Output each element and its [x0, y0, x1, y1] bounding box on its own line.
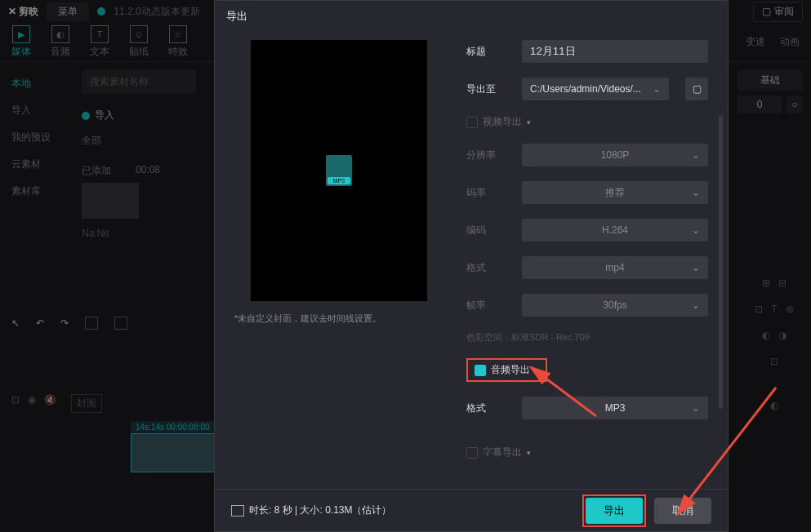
- chevron-down-icon: ▾: [527, 118, 531, 126]
- sidebar-item-local[interactable]: 本地: [0, 70, 74, 97]
- import-label: 导入: [95, 109, 114, 122]
- sidebar-item-import[interactable]: 导入: [0, 97, 74, 124]
- resolution-select: 1080P: [522, 144, 708, 166]
- title-input[interactable]: [522, 40, 708, 63]
- folder-icon[interactable]: ▢: [685, 78, 708, 100]
- cover-button[interactable]: 封面: [71, 394, 102, 413]
- tool-text[interactable]: T文本: [90, 25, 109, 59]
- tool-sticker[interactable]: ☺贴纸: [129, 25, 149, 59]
- tool-effect[interactable]: ☆特效: [168, 25, 188, 59]
- timeline-clip[interactable]: 14s:14s 00:00:08:00: [131, 421, 221, 472]
- tool-audio[interactable]: ◐音频: [51, 25, 70, 59]
- bitrate-select: 推荐: [522, 181, 708, 204]
- right-tool-column: ⊞⊟ ⊡T⊕ ◐◑ ⊡ ◐: [746, 277, 803, 426]
- lock-icon[interactable]: ⊡: [11, 394, 20, 413]
- audio-export-section[interactable]: 音频导出 ▾: [475, 363, 539, 377]
- mute-icon[interactable]: 🔇: [44, 394, 56, 413]
- subtitle-export-checkbox[interactable]: [466, 447, 478, 459]
- split-icon-2[interactable]: [114, 317, 127, 330]
- mp3-icon: [326, 155, 352, 186]
- colorspace-hint: 色彩空间：标准SDR - Rec.709: [466, 331, 708, 344]
- sidebar: 本地 导入 我的预设 云素材 素材库: [0, 62, 74, 307]
- tool-anim[interactable]: 动画: [780, 35, 800, 49]
- export-button-highlight: 导出: [582, 494, 646, 527]
- sidebar-item-preset[interactable]: 我的预设: [0, 124, 74, 151]
- app-logo: ✕ 剪映: [8, 5, 38, 19]
- video-export-checkbox[interactable]: [466, 117, 478, 128]
- path-display: C:/Users/admin/Videos/...: [522, 78, 669, 100]
- vformat-select: mp4: [522, 256, 708, 279]
- title-label: 标题: [466, 45, 509, 59]
- audio-format-select[interactable]: MP3: [522, 397, 708, 419]
- menu-button[interactable]: 菜单: [47, 2, 89, 21]
- sidebar-item-cloud[interactable]: 云素材: [0, 151, 74, 178]
- modal-title: 导出: [215, 1, 728, 32]
- dot-icon: [82, 112, 90, 120]
- audio-export-highlight: 音频导出 ▾: [466, 358, 547, 382]
- redo-icon[interactable]: ↷: [60, 317, 69, 329]
- audio-export-checkbox[interactable]: [475, 365, 486, 376]
- export-button[interactable]: 导出: [586, 498, 643, 524]
- cover-hint: *未自定义封面，建议去时间线设置。: [234, 313, 443, 325]
- export-settings: 标题 导出至 C:/Users/admin/Videos/... ▢ 视频导出 …: [466, 40, 708, 459]
- sidebar-item-lib[interactable]: 素材库: [0, 178, 74, 205]
- path-label: 导出至: [466, 82, 509, 96]
- status-dot-icon: [97, 7, 105, 16]
- undo-icon[interactable]: ↶: [36, 317, 44, 329]
- tool-speed[interactable]: 变速: [746, 35, 765, 49]
- film-icon: [231, 505, 244, 516]
- scrollbar[interactable]: [719, 115, 723, 409]
- review-button[interactable]: ▢ 审阅: [753, 2, 803, 22]
- subtitle-export-section[interactable]: 字幕导出 ▾: [466, 446, 708, 459]
- modal-footer: 时长: 8 秒 | 大小: 0.13M（估计） 导出 取消: [215, 489, 728, 531]
- fps-select: 30fps: [522, 294, 708, 317]
- export-modal: 导出 *未自定义封面，建议去时间线设置。 标题 导出至 C:/Users/adm…: [214, 0, 729, 532]
- chevron-down-icon: ▾: [527, 449, 531, 457]
- split-icon[interactable]: [85, 317, 98, 330]
- eye-icon[interactable]: ◉: [28, 394, 36, 413]
- media-thumbnail[interactable]: [82, 183, 139, 219]
- chevron-down-icon: ▾: [535, 366, 539, 375]
- tool-media[interactable]: ▶媒体: [11, 25, 31, 59]
- video-export-section[interactable]: 视频导出 ▾: [466, 115, 708, 129]
- export-preview: [251, 40, 427, 301]
- codec-select: H.264: [522, 219, 708, 242]
- search-input[interactable]: 搜索素材名称: [82, 70, 196, 94]
- cursor-icon[interactable]: ↖: [11, 317, 20, 329]
- export-estimate: 时长: 8 秒 | 大小: 0.13M（估计）: [231, 503, 391, 517]
- properties-panel: 基础 0○: [729, 62, 811, 307]
- version-status: 11.2.0动态版本更新: [114, 5, 199, 19]
- cancel-button[interactable]: 取消: [654, 498, 711, 524]
